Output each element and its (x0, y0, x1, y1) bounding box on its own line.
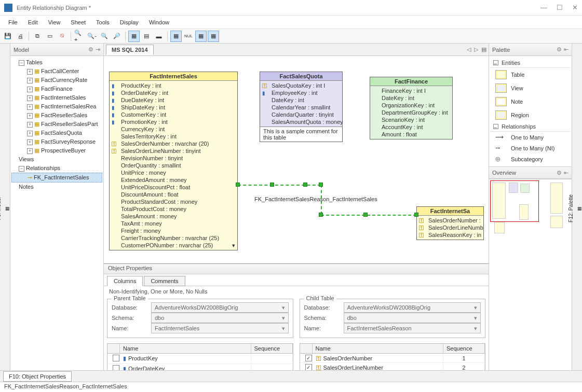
props-tab-columns[interactable]: Columns (107, 276, 143, 286)
entity-factsalesquota[interactable]: FactSalesQuota ⚿SalesQuotaKey : int I▮Em… (260, 72, 343, 142)
palette-table[interactable]: Table (490, 68, 571, 81)
menu-file[interactable]: File (3, 17, 23, 27)
tree-table-item[interactable]: +▦ FactResellerSales (11, 111, 102, 120)
gear-icon[interactable]: ⚙ (88, 46, 93, 53)
menu-view[interactable]: View (43, 17, 66, 27)
table-row[interactable]: ✓⚿SalesOrderNumber1 (300, 354, 485, 363)
nav-list-icon[interactable]: ▤ (481, 46, 486, 53)
overview-canvas[interactable] (489, 179, 572, 236)
parent-db-select[interactable]: AdventureWorksDW2008BigOrig▾ (151, 302, 289, 313)
relationship-label[interactable]: FK_FactInternetSalesReason_FactInternetS… (254, 196, 377, 202)
checkbox-icon[interactable]: ✓ (305, 355, 312, 361)
palette-one-to-many-ni[interactable]: ⤍One to Many (NI) (490, 143, 571, 153)
scrollbar-icon[interactable]: ▴▾ (285, 370, 292, 371)
props-tab-comments[interactable]: Comments (144, 276, 185, 286)
tree-notes[interactable]: Notes (19, 184, 34, 190)
nav-prev-icon[interactable]: ◁ (467, 46, 471, 53)
palette-subcategory[interactable]: ◎Subcategory (490, 153, 571, 164)
toggle-null-icon[interactable]: NUL (183, 31, 194, 42)
palette-rel-header[interactable]: Relationships (502, 123, 536, 130)
parent-schema-select[interactable]: dbo▾ (151, 313, 289, 323)
zoom-select-icon[interactable]: 🔎 (111, 31, 123, 42)
copy-icon[interactable]: ⧉ (32, 31, 43, 42)
minimize-button[interactable]: — (540, 4, 547, 11)
palette-region[interactable]: Region (490, 108, 571, 122)
entity-column: ▮ShipDateKey : int (110, 104, 237, 111)
menu-display[interactable]: Display (115, 17, 144, 27)
pin-icon[interactable]: ⇤ (564, 170, 569, 176)
model-tree[interactable]: −Tables +▦ FactCallCenter+▦ FactCurrency… (10, 56, 103, 370)
toggle-types-icon[interactable]: ▦ (195, 31, 207, 42)
sheet-tab[interactable]: MS SQL 2014 (106, 45, 154, 55)
palette-view[interactable]: View (490, 81, 571, 95)
palette-note[interactable]: Note (490, 95, 571, 108)
entity-column: ⚿SalesOrderLineNumb (417, 224, 483, 231)
toggle-keys-icon[interactable]: ▦ (170, 31, 182, 42)
table-row[interactable]: ✓⚿SalesOrderLineNumber2 (300, 363, 485, 370)
tree-table-item[interactable]: +▦ FactCallCenter (11, 67, 102, 76)
save-icon[interactable]: 💾 (2, 31, 13, 42)
menu-sheet[interactable]: Sheet (65, 17, 91, 27)
checkbox-icon[interactable] (113, 365, 119, 370)
tree-table-item[interactable]: +▦ FactCurrencyRate (11, 76, 102, 85)
zoom-out-icon[interactable]: 🔍- (86, 31, 98, 42)
gear-icon[interactable]: ⚙ (557, 170, 562, 176)
stop-icon[interactable]: ⦰ (57, 31, 68, 42)
child-table-fieldset: Child Table Database:AdventureWorksDW200… (300, 299, 486, 338)
select-icon[interactable]: ▭ (44, 31, 56, 42)
maximize-button[interactable]: ☐ (557, 4, 563, 11)
tree-table-item[interactable]: +▦ FactFinance (11, 85, 102, 93)
table-row[interactable]: ▮ProductKey (107, 354, 293, 364)
child-schema-select[interactable]: dbo▾ (344, 313, 481, 323)
tree-relationships[interactable]: Relationships (26, 165, 60, 171)
tree-table-item[interactable]: +▦ FactResellerSalesPart (11, 120, 102, 129)
menu-edit[interactable]: Edit (23, 17, 43, 27)
table-row[interactable]: ▮OrderDateKey (107, 364, 293, 370)
tree-table-item[interactable]: +▦ ProspectiveBuyer (11, 146, 102, 155)
child-columns-table[interactable]: NameSequence ✓⚿SalesOrderNumber1✓⚿SalesO… (300, 343, 486, 370)
bottom-tab-props[interactable]: F10: Object Properties (3, 371, 72, 382)
close-button[interactable]: ✕ (572, 4, 578, 11)
entity-factinternetsales[interactable]: FactInternetSales ▮ProductKey : int▮Orde… (109, 72, 238, 250)
parent-table-fieldset: Parent Table Database:AdventureWorksDW20… (107, 299, 293, 338)
nav-next-icon[interactable]: ▷ (474, 46, 478, 53)
entity-factfinance[interactable]: FactFinance FinanceKey : int IDateKey : … (370, 77, 453, 139)
zoom-fit-icon[interactable]: 🔍 (99, 31, 110, 42)
palette-one-to-many[interactable]: ⟶One to Many (490, 132, 571, 143)
child-db-select[interactable]: AdventureWorksDW2008BigOrig▾ (344, 302, 481, 313)
side-tab-right[interactable]: ▦ F12: Palette (572, 44, 582, 370)
tree-table-item[interactable]: +▦ FactInternetSales (11, 93, 102, 102)
checkbox-icon[interactable]: ✓ (305, 364, 312, 370)
tree-table-item[interactable]: +▦ FactSurveyResponse (11, 137, 102, 146)
tree-table-item[interactable]: +▦ FactSalesQuota (11, 129, 102, 137)
entity-column: DateKey : int (370, 94, 452, 102)
entity-column: ⚿SalesOrderNumber : nvarchar (20) (110, 140, 237, 147)
entity-column: SalesAmount : money (110, 213, 237, 220)
palette-entities-header[interactable]: Entities (502, 60, 520, 66)
display-mode2-icon[interactable]: ▤ (141, 31, 152, 42)
side-tab-left[interactable]: ▦ F9: Model (0, 44, 10, 370)
diagram-canvas[interactable]: FactInternetSales ▮ProductKey : int▮Orde… (104, 56, 489, 370)
pin-icon[interactable]: ⇤ (564, 46, 569, 53)
tree-tables[interactable]: Tables (26, 59, 43, 65)
toggle-comments-icon[interactable]: ▦ (208, 31, 219, 42)
pin-icon[interactable]: ⇥ (96, 46, 100, 53)
display-mode3-icon[interactable]: ▬ (153, 31, 165, 42)
display-mode1-icon[interactable]: ▦ (128, 31, 140, 42)
entity-column: AccountKey : int (370, 123, 452, 131)
gear-icon[interactable]: ⚙ (557, 46, 562, 53)
parent-columns-table[interactable]: NameSequence ▮ProductKey▮OrderDateKey▮Du… (107, 343, 293, 370)
zoom-in-icon[interactable]: 🔍+ (74, 31, 85, 42)
tree-views[interactable]: Views (19, 156, 34, 162)
tree-table-item[interactable]: +▦ FactInternetSalesRea (11, 102, 102, 111)
print-icon[interactable]: 🖨 (15, 31, 26, 42)
entity-factinternetsalesreason[interactable]: FactInternetSa ⚿SalesOrderNumber :⚿Sales… (416, 206, 484, 240)
menu-window[interactable]: Window (144, 17, 174, 27)
titlebar: Entity Relationship Diagram * — ☐ ✕ (0, 0, 582, 16)
entity-column: ExtendedAmount : money (110, 176, 237, 184)
checkbox-icon[interactable] (113, 355, 119, 361)
parent-name-select[interactable]: FactInternetSales▾ (151, 323, 289, 333)
tree-rel-item[interactable]: ⊸ FK_FactInternetSales (11, 173, 102, 183)
menu-tools[interactable]: Tools (91, 17, 115, 27)
child-name-select[interactable]: FactInternetSalesReason▾ (344, 323, 481, 333)
